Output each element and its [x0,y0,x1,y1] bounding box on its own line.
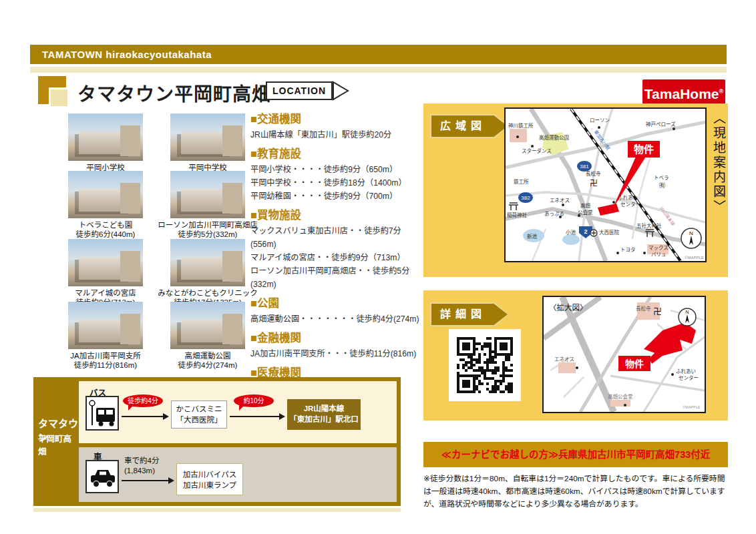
car-route-row: 車 車で約4分(1,843m) 加古川バイパス加古川東ランプ [79,447,397,502]
wide-map-frame-label: 〈現地案内図〉 [709,111,727,269]
photo-distance: 徒歩約4分(274m) [154,360,261,370]
wide-map-panel: 広域図 [423,103,728,277]
qr-code [449,329,521,401]
wide-map-tab: 広域図 [430,114,509,138]
svg-text:スターダンス: スターダンス [522,148,552,154]
svg-text:©MAPPLE: ©MAPPLE [683,405,701,409]
section-heading-education: ■教育施設 [250,145,421,161]
svg-text:㈲: ㈲ [659,182,665,189]
footnote-text: ※徒歩分数は1分＝80m、自転車は1分＝240mで計算したものです。車による所要… [423,473,732,511]
photo-card: みなとがわこどもクリニック徒歩約17分(1335m) [154,239,261,307]
svg-text:稲荷神社: 稲荷神社 [507,212,527,218]
svg-text:2: 2 [584,228,587,235]
bus-walk-time-badge: 徒歩約4分 [123,394,163,407]
photo-card: 高畑運動公園徒歩約4分(274m) [154,302,261,370]
bottom-strip [33,508,401,512]
flyer-page: TAMATOWN hiraokacyoutakahata タマタウン平岡町高畑 … [0,0,756,534]
photo-elementary-school [68,113,143,161]
photo-card: トベラこども園徒歩約6分(440m) [52,171,159,239]
svg-text:神川鉄工所: 神川鉄工所 [508,122,534,129]
svg-text:ローソン: ローソン [590,117,610,123]
section-heading-finance: ■金融機関 [250,329,421,345]
carnav-banner: ≪カーナビでお越しの方≫兵庫県加古川市平岡町高畑733付近 [423,442,728,467]
photo-junior-high [170,113,245,161]
svg-text:381: 381 [580,164,589,170]
photo-distance: 徒歩約5分(332m) [154,230,261,239]
svg-text:マックス: マックス [648,245,669,251]
photo-card: JA加古川南平岡支所徒歩約11分(816m) [52,302,159,370]
svg-text:センター: センター [679,375,699,381]
photo-name: JA加古川南平岡支所 [52,351,159,360]
svg-text:高畑運動公園: 高畑運動公園 [539,134,569,141]
svg-text:エネオス: エネオス [554,356,574,362]
svg-text:バリュ: バリュ [651,252,667,258]
svg-text:鉄工所: 鉄工所 [514,178,529,185]
svg-text:エネオス: エネオス [550,198,570,204]
detail-map-tab: 詳細図 [430,302,509,326]
svg-text:卍: 卍 [590,179,598,188]
section-heading-transport: ■交通機関 [250,110,421,126]
location-label: LOCATION [266,81,333,100]
header-strip [30,67,727,73]
wide-map-drawing: 物件 381 382 2 卍 [506,109,705,261]
detail-map-panel: 詳細図 [423,290,728,421]
photo-kindergarten [68,171,143,218]
bus-stop-box: かこバスミニ「大西医院」 [171,400,227,429]
car-icon-box [85,460,119,493]
photo-card: マルアイ城の宮店徒歩約9分(713m) [52,239,159,307]
svg-text:大西医院: 大西医院 [599,229,619,236]
bus-icon-box [85,396,119,431]
bus-icon [87,397,118,429]
detail-map-drawing: 物件 〈拡大図〉 長松寺 卍 エネオス ふれあい センター 高畑公会堂 N ©M… [544,297,705,412]
svg-text:あっぷる: あっぷる [544,211,564,217]
svg-text:〈拡大図〉: 〈拡大図〉 [549,303,588,312]
car-time-note: 車で約4分(1,843m) [124,456,159,476]
detail-map: 物件 〈拡大図〉 長松寺 卍 エネオス ふれあい センター 高畑公会堂 N ©M… [542,296,706,413]
photo-name: 高畑運動公園 [154,351,261,360]
photo-marui [68,239,143,286]
car-destination-box: 加古川バイパス加古川東ランプ [176,463,243,495]
bus-route-row: バス 徒歩約4分 かこバスミニ「大西医院」 約10分 [79,381,397,443]
compass-n: N [685,310,689,314]
svg-text:高畑公会堂: 高畑公会堂 [608,393,633,400]
svg-text:物件: 物件 [634,144,654,155]
car-icon [87,461,118,492]
svg-text:新池: 新池 [527,233,537,240]
bus-destination-box: JR山陽本線「東加古川」駅北口 [287,399,361,430]
photo-distance: 徒歩約11分(816m) [52,360,159,370]
svg-text:トベラ: トベラ [654,175,669,181]
svg-text:小池: 小池 [566,229,576,236]
svg-text:382: 382 [521,195,530,201]
section-heading-shopping: ■買物施設 [250,206,421,222]
svg-text:ふれあい: ふれあい [618,195,638,201]
svg-text:センター: センター [620,202,640,208]
photo-card: ローソン加古川平岡町高畑店徒歩約5分(332m) [154,171,261,239]
photo-ja-bank [68,302,143,349]
svg-text:五社大神社: 五社大神社 [636,222,662,229]
svg-text:©MAPPLE: ©MAPPLE [685,256,704,260]
wide-map: 物件 381 382 2 卍 [504,107,707,262]
facilities-list: ■交通機関 JR山陽本線「東加古川」駅徒歩約20分 ■教育施設 平岡小学校・・・… [250,107,421,409]
svg-text:長松寺: 長松寺 [636,305,651,312]
photo-lawson [170,171,245,218]
svg-text:卍: 卍 [653,306,662,316]
tamahome-logo: TamaHome® [642,79,725,104]
access-sidebar: タマタウン 平岡町高畑 [33,377,79,506]
access-diagram: タマタウン 平岡町高畑 バス 徒歩約4分 かこバスミニ「大西医院」 [33,377,401,506]
svg-text:トヨタ: トヨタ [620,247,636,253]
svg-text:長松寺: 長松寺 [586,170,601,177]
header-bar: TAMATOWN hiraokacyoutakahata [30,45,727,64]
photo-name: ローソン加古川平岡町高畑店 [154,220,261,230]
title-square-light [49,87,69,108]
svg-text:高畑: 高畑 [580,202,590,209]
svg-text:神戸ペローズ: 神戸ペローズ [646,121,676,127]
compass-n: N [689,230,693,236]
section-heading-park: ■公園 [250,294,421,310]
svg-text:公会堂: 公会堂 [578,209,593,216]
location-tag: LOCATION [266,81,351,100]
bus-ride-time-badge: 約10分 [234,394,274,407]
photo-distance: 徒歩約6分(440m) [52,230,159,239]
location-arrow-icon [333,81,351,101]
photo-name: トベラこども園 [52,220,159,230]
photo-clinic [170,239,245,286]
